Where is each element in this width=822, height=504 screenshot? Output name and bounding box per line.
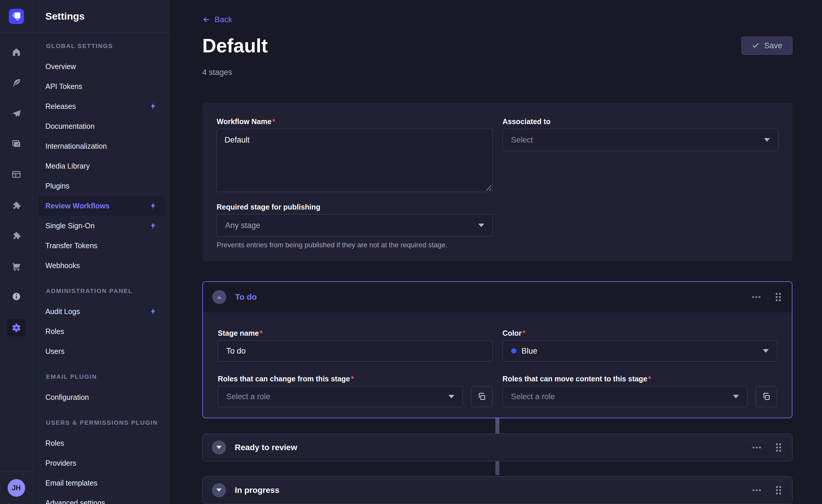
sidebar-item-documentation[interactable]: Documentation	[38, 116, 165, 136]
rail-plugins-button[interactable]	[7, 197, 26, 214]
stage-drag-handle[interactable]	[774, 484, 783, 496]
sidebar-item-up-roles[interactable]: Roles	[38, 433, 165, 453]
subnav-list: GLOBAL SETTINGS Overview API Tokens Rele…	[33, 33, 169, 504]
stage-name-field: Stage name	[218, 329, 493, 362]
stage-drag-handle[interactable]	[774, 291, 783, 303]
section-label: EMAIL PLUGIN	[46, 373, 169, 381]
stage-header[interactable]: To do	[203, 282, 792, 312]
section-label: USERS & PERMISSIONS PLUGIN	[46, 419, 169, 426]
apply-to-all-stages-button[interactable]	[471, 386, 493, 407]
sidebar-item-providers[interactable]: Providers	[38, 453, 165, 473]
sidebar-item-single-sign-on[interactable]: Single Sign-On	[38, 216, 165, 235]
rail-content-button[interactable]	[7, 74, 26, 91]
chevron-down-icon	[448, 395, 454, 398]
avatar[interactable]: JH	[8, 479, 25, 497]
collapse-stage-button[interactable]	[212, 290, 226, 304]
apply-to-all-stages-button[interactable]	[756, 386, 777, 407]
section-label: ADMINISTRATION PANEL	[46, 287, 169, 295]
save-button[interactable]: Save	[742, 37, 792, 55]
stage-menu-button[interactable]	[751, 445, 763, 450]
stage-header[interactable]: In progress	[202, 477, 792, 504]
stage-color-select[interactable]: Blue	[503, 340, 778, 362]
back-link[interactable]: Back	[202, 15, 232, 24]
rail-info-button[interactable]	[7, 288, 26, 305]
stage-color-field: Color Blue	[503, 329, 778, 362]
rail-releases-button[interactable]	[7, 105, 26, 122]
expand-stage-button[interactable]	[212, 483, 226, 497]
stage-accordion-in-progress: In progress	[202, 476, 792, 504]
sidebar-item-users[interactable]: Users	[38, 341, 165, 361]
strapi-logo[interactable]	[9, 9, 24, 24]
stage-color-label: Color	[503, 329, 778, 338]
stage-menu-button[interactable]	[751, 488, 763, 493]
section-administration-panel: ADMINISTRATION PANEL Audit Logs Roles Us…	[33, 287, 169, 361]
rail-purchases-button[interactable]	[7, 258, 26, 275]
stage-name-input[interactable]	[218, 340, 493, 362]
stage-menu-button[interactable]	[751, 295, 762, 300]
rail-home-button[interactable]	[7, 44, 26, 61]
layout-icon	[11, 169, 21, 179]
sidebar-item-email-templates[interactable]: Email templates	[38, 473, 165, 493]
puzzle-icon	[11, 200, 21, 210]
stage-count: 4 stages	[202, 68, 792, 77]
duplicate-icon	[762, 392, 771, 401]
chevron-down-icon	[216, 488, 222, 492]
chevron-down-icon	[216, 446, 222, 449]
rail-settings-button[interactable]	[7, 319, 26, 336]
sidebar-item-audit-logs[interactable]: Audit Logs	[38, 302, 165, 321]
lightning-icon	[149, 202, 157, 209]
rail-media-button[interactable]	[7, 135, 26, 152]
subnav-header: Settings	[33, 0, 169, 33]
sidebar-item-transfer-tokens[interactable]: Transfer Tokens	[38, 235, 165, 256]
workflow-name-field: Workflow Name Default	[217, 117, 493, 192]
chevron-up-icon	[217, 296, 222, 299]
stage-header[interactable]: Ready to review	[202, 434, 792, 461]
sidebar-item-overview[interactable]: Overview	[38, 56, 165, 76]
sidebar-item-releases[interactable]: Releases	[38, 96, 165, 116]
required-stage-select[interactable]: Any stage	[217, 214, 493, 236]
sidebar-item-webhooks[interactable]: Webhooks	[38, 256, 165, 276]
gear-icon	[11, 323, 21, 333]
puzzle-icon	[11, 230, 21, 240]
page-header: Default Save	[202, 35, 792, 56]
main-content: Back Default Save 4 stages Workflow Name…	[170, 0, 822, 504]
section-global-settings: GLOBAL SETTINGS Overview API Tokens Rele…	[33, 42, 169, 276]
roles-change-label: Roles that can change from this stage	[218, 374, 493, 383]
workflow-name-textarea-wrap: Default	[217, 129, 493, 192]
workflow-name-label: Workflow Name	[217, 117, 493, 126]
sidebar-item-email-configuration[interactable]: Configuration	[38, 387, 165, 407]
stage-title: Ready to review	[235, 443, 297, 452]
paper-plane-icon	[11, 109, 21, 119]
stage-name-label: Stage name	[218, 329, 493, 338]
expand-stage-button[interactable]	[212, 441, 226, 455]
associated-to-select[interactable]: Select	[503, 129, 779, 151]
rail-header	[0, 0, 32, 33]
stage-accordion-todo: To do Stage name Color Bl	[202, 281, 792, 418]
lightning-icon	[149, 308, 157, 315]
sidebar-item-review-workflows[interactable]: Review Workflows	[38, 196, 165, 216]
sidebar-item-plugins[interactable]: Plugins	[38, 176, 165, 196]
settings-subnav: Settings GLOBAL SETTINGS Overview API To…	[33, 0, 169, 504]
section-users-permissions-plugin: USERS & PERMISSIONS PLUGIN Roles Provide…	[33, 419, 169, 504]
sidebar-item-admin-roles[interactable]: Roles	[38, 321, 165, 341]
home-icon	[11, 47, 21, 57]
sidebar-item-api-tokens[interactable]: API Tokens	[38, 76, 165, 96]
color-dot-blue	[511, 348, 516, 354]
section-label: GLOBAL SETTINGS	[46, 42, 169, 50]
sidebar-item-media-library[interactable]: Media Library	[38, 156, 165, 176]
check-icon	[752, 42, 759, 49]
roles-change-select[interactable]: Select a role	[218, 386, 463, 407]
images-icon	[11, 139, 21, 149]
info-icon	[11, 292, 21, 302]
arrow-left-icon	[202, 16, 211, 24]
roles-move-select[interactable]: Select a role	[503, 386, 748, 407]
rail-content-type-builder-button[interactable]	[7, 166, 26, 183]
stage-accordion-ready-to-review: Ready to review	[202, 434, 792, 461]
workflow-name-input[interactable]: Default	[217, 129, 493, 192]
sidebar-item-advanced-settings[interactable]: Advanced settings	[38, 493, 165, 504]
roles-change-field: Roles that can change from this stage Se…	[218, 374, 493, 407]
sidebar-item-internationalization[interactable]: Internationalization	[38, 136, 165, 156]
stage-title: To do	[235, 293, 257, 302]
rail-marketplace-button[interactable]	[7, 227, 26, 244]
stage-drag-handle[interactable]	[774, 442, 783, 453]
